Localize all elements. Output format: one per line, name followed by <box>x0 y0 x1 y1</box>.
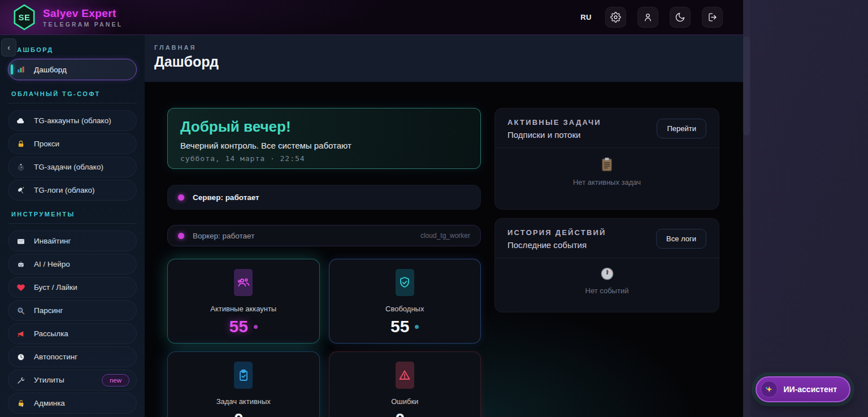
worker-name: cloud_tg_worker <box>420 232 470 240</box>
brand-initials: SE <box>18 12 30 22</box>
sidebar-item-ai-neuro[interactable]: AI / Нейро <box>8 254 137 275</box>
history-panel: ИСТОРИЯ ДЕЙСТВИЙ Последние события Все л… <box>494 218 719 312</box>
stat-dot <box>415 325 419 329</box>
sidebar-item-label: AI / Нейро <box>34 260 70 268</box>
sidebar-item-inviting[interactable]: Инвайтинг <box>8 231 137 251</box>
brand-logo: SE <box>12 5 36 31</box>
theme-toggle-button[interactable] <box>670 7 691 28</box>
panel-header: АКТИВНЫЕ ЗАДАЧИ Подписки и потоки Перейт… <box>495 108 719 148</box>
right-column: АКТИВНЫЕ ЗАДАЧИ Подписки и потоки Перейт… <box>494 108 719 417</box>
empty-state-text: Нет активных задач <box>573 178 641 186</box>
sidebar-item-label: Парсинг <box>34 306 63 315</box>
stat-card-active-accounts[interactable]: Активные аккаунты 55 <box>167 259 320 344</box>
magnifier-icon <box>16 306 25 315</box>
panel-header: ИСТОРИЯ ДЕЙСТВИЙ Последние события Все л… <box>495 219 719 258</box>
worker-status-text: Воркер: работает <box>193 232 254 240</box>
heart-icon <box>16 283 25 292</box>
topbar-actions: RU <box>580 7 723 28</box>
sidebar-section-label: ДАШБОРД <box>11 46 137 53</box>
greeting-card: Добрый вечер! Вечерний контроль. Все сис… <box>167 108 481 169</box>
language-selector[interactable]: RU <box>580 13 592 21</box>
stat-icon-tile <box>396 269 414 296</box>
stats-grid: Активные аккаунты 55 Свободных <box>167 259 481 417</box>
scrollbar-thumb[interactable] <box>743 36 750 136</box>
main-area: ГЛАВНАЯ Дашборд Добрый вечер! Вечерний к… <box>145 35 743 417</box>
sidebar-item-label: Автопостинг <box>34 353 77 361</box>
chevron-left-icon: ‹ <box>7 43 10 52</box>
sidebar-item-admin[interactable]: Админка <box>8 393 137 414</box>
sidebar-item-utilities[interactable]: Утилитыnew <box>8 370 137 390</box>
ai-assistant-label: ИИ-ассистент <box>784 385 837 394</box>
ai-assistant-button[interactable]: ИИ-ассистент <box>756 376 851 402</box>
sidebar-item-mailing[interactable]: Рассылка <box>8 323 137 344</box>
stat-label: Свободных <box>385 305 424 313</box>
stat-label: Активные аккаунты <box>210 305 276 313</box>
sidebar-item-autoposting[interactable]: Автопостинг <box>8 346 137 367</box>
clipboard-icon <box>598 156 615 173</box>
status-dot <box>178 233 184 239</box>
stat-card-errors[interactable]: Ошибки 0 <box>329 351 481 417</box>
stat-value: 55 <box>229 317 248 336</box>
greeting-date: суббота, 14 марта · 22:54 <box>180 154 468 163</box>
sidebar-item-tg-accounts[interactable]: TG-аккаунты (облако) <box>8 110 137 131</box>
stat-label: Задач активных <box>216 397 271 406</box>
server-status-row: Сервер: работает <box>167 185 481 210</box>
stat-value: 0 <box>234 410 244 417</box>
worker-status-row: Воркер: работает cloud_tg_worker <box>167 225 481 246</box>
sidebar-item-tg-tasks[interactable]: TG-задачи (облако) <box>8 157 137 177</box>
stat-card-active-tasks[interactable]: Задач активных 0 <box>167 351 320 417</box>
stat-icon-tile <box>234 269 253 296</box>
panel-body: Нет событий <box>495 258 719 301</box>
stat-value: 0 <box>395 410 405 417</box>
active-tasks-panel: АКТИВНЫЕ ЗАДАЧИ Подписки и потоки Перейт… <box>494 108 719 210</box>
sidebar-nav: ДАШБОРДДашбордОБЛАЧНЫЙ TG-СОФТTG-аккаунт… <box>8 46 137 414</box>
moon-icon <box>675 12 685 23</box>
all-logs-button[interactable]: Все логи <box>656 229 706 249</box>
page-header: ГЛАВНАЯ Дашборд <box>145 35 743 82</box>
brand[interactable]: SE Salyev Expert TELEGRAM PANEL <box>12 5 123 31</box>
sidebar-item-label: Рассылка <box>34 329 68 338</box>
logout-button[interactable] <box>702 7 723 28</box>
robot-icon <box>16 259 25 269</box>
warning-triangle-icon <box>398 368 411 382</box>
stat-value: 55 <box>390 317 409 336</box>
stat-card-free-accounts[interactable]: Свободных 55 <box>329 259 481 344</box>
brand-name: Salyev Expert <box>43 7 123 20</box>
sidebar-item-tg-logs[interactable]: TG-логи (облако) <box>8 180 137 201</box>
page-title: Дашборд <box>154 54 743 70</box>
sidebar-item-label: TG-логи (облако) <box>34 186 95 194</box>
sidebar-collapse-button[interactable]: ‹ <box>1 38 16 57</box>
empty-state-text: Нет событий <box>585 286 629 295</box>
stat-dot <box>254 325 258 329</box>
app-window: SE Salyev Expert TELEGRAM PANEL RU <box>0 0 743 417</box>
sidebar-item-parsing[interactable]: Парсинг <box>8 300 137 321</box>
settings-button[interactable] <box>605 7 626 28</box>
sidebar: ‹ ДАШБОРДДашбордОБЛАЧНЫЙ TG-СОФТTG-аккау… <box>0 35 145 417</box>
sidebar-item-boost-likes[interactable]: Буст / Лайки <box>8 277 137 298</box>
bar-chart-icon <box>16 65 25 75</box>
tools-icon <box>16 375 25 385</box>
gear-icon <box>610 12 621 23</box>
section-divider <box>8 103 137 103</box>
go-to-tasks-button[interactable]: Перейти <box>657 119 706 138</box>
sidebar-item-label: Дашборд <box>34 66 67 74</box>
stat-icon-tile <box>396 362 414 389</box>
greeting-title: Добрый вечер! <box>180 118 468 136</box>
greeting-subtitle: Вечерний контроль. Все системы работают <box>180 141 468 150</box>
cloud-icon <box>16 116 25 125</box>
sidebar-item-label: Прокси <box>34 140 59 148</box>
sidebar-item-dashboard[interactable]: Дашборд <box>8 59 137 80</box>
sidebar-item-label: Буст / Лайки <box>34 283 77 292</box>
sidebar-item-proxy[interactable]: Прокси <box>8 133 137 154</box>
clipboard-check-icon <box>237 368 250 382</box>
satellite-icon <box>16 185 25 195</box>
panel-body: Нет активных задач <box>495 148 719 192</box>
sidebar-item-label: Админка <box>34 399 65 407</box>
stat-label: Ошибки <box>391 397 418 406</box>
megaphone-icon <box>16 329 25 338</box>
sidebar-section-label: ИНСТРУМЕНТЫ <box>11 211 137 218</box>
envelope-icon <box>16 236 25 246</box>
profile-button[interactable] <box>637 7 658 28</box>
topbar: SE Salyev Expert TELEGRAM PANEL RU <box>0 0 743 35</box>
brand-tagline: TELEGRAM PANEL <box>43 21 123 28</box>
